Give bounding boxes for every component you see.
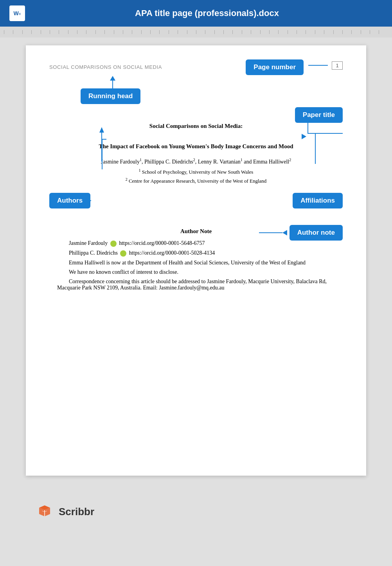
- scribbr-footer: Scribbr: [26, 495, 366, 528]
- affiliation-2: 2 Centre for Appearance Research, Univer…: [49, 177, 343, 184]
- author-note-content: Jasmine Fardouly iD https://orcid.org/00…: [49, 240, 343, 291]
- scribbr-name: Scribbr: [59, 506, 94, 518]
- affiliation-1: 1 School of Psychology, University of Ne…: [49, 168, 343, 175]
- author-note-line-1: Jasmine Fardouly iD https://orcid.org/00…: [57, 240, 335, 247]
- page-number-box: 1: [332, 61, 343, 70]
- document-title: APA title page (professionals).docx: [31, 8, 383, 18]
- paper-title-content: Social Comparisons on Social Media:: [49, 123, 343, 131]
- paper-title-arrow: [302, 134, 306, 139]
- author-note-line-4: We have no known conflict of interest to…: [57, 269, 335, 275]
- running-head-text: SOCIAL COMPARISONS ON SOCIAL MEDIA: [49, 64, 162, 70]
- word-icon: W≡: [9, 5, 25, 21]
- authors-section: Jasmine Fardouly1, Phillippa C. Diedrich…: [49, 158, 343, 208]
- author-note-label-group: Author note: [259, 225, 343, 241]
- paper-title-label: Paper title: [295, 107, 343, 123]
- paper-title-subtitle: The Impact of Facebook on Young Women's …: [49, 143, 343, 150]
- affiliations-label-group: Affiliations: [293, 193, 343, 208]
- page-number-label: Page number: [246, 59, 304, 75]
- orcid-icon-2: iD: [120, 250, 126, 257]
- author-note-line-2: Phillippa C. Diedrichs iD https://orcid.…: [57, 250, 335, 257]
- author-note-section: Author note Author Note Jasmine Fardouly…: [49, 228, 343, 291]
- authors-line: Jasmine Fardouly1, Phillippa C. Diedrich…: [49, 158, 343, 165]
- scribbr-logo-icon: [35, 502, 54, 521]
- top-annotation-area: SOCIAL COMPARISONS ON SOCIAL MEDIA 1 Run…: [49, 61, 343, 143]
- running-head-label: Running head: [81, 88, 140, 104]
- ruler: [0, 27, 392, 38]
- page-number-connector: [308, 65, 328, 66]
- authors-label-group: Authors: [49, 193, 91, 208]
- title-bar: W≡ APA title page (professionals).docx: [0, 0, 392, 27]
- document: SOCIAL COMPARISONS ON SOCIAL MEDIA 1 Run…: [26, 45, 366, 476]
- orcid-icon-1: iD: [110, 241, 117, 247]
- author-note-line-3: Emma Halliwell is now at the Department …: [57, 260, 335, 266]
- author-note-line-5: Correspondence concerning this article s…: [57, 279, 335, 291]
- authors-affiliations-labels-row: Authors Affiliations: [49, 193, 343, 208]
